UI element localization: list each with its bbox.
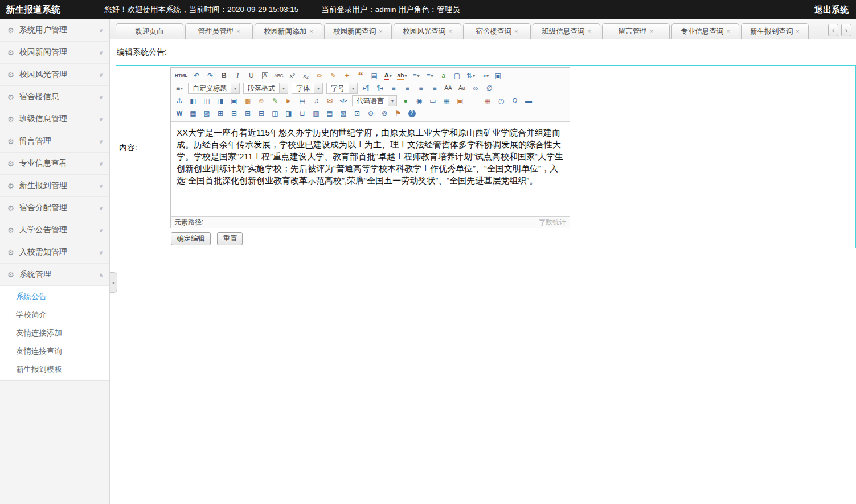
tab[interactable]: 留言管理 × [602, 23, 670, 39]
redo-button[interactable]: ↷ [204, 70, 216, 81]
image-center-button[interactable]: ◫ [200, 95, 213, 106]
strikethrough-button[interactable]: ABC [272, 70, 285, 81]
blockquote-button[interactable]: “ [354, 70, 367, 81]
tab-close-icon[interactable]: × [587, 28, 591, 35]
sidebar-item[interactable]: ⚙ 校园风光管理 ∨ [0, 64, 109, 86]
code-language-select[interactable]: 代码语言 ▾ [352, 95, 397, 106]
font-border-button[interactable]: A [259, 70, 271, 81]
align-right-button[interactable]: ≡ [415, 83, 427, 94]
unordered-list-button[interactable]: ≡ ▾ [423, 70, 436, 81]
insert-doc-button[interactable]: ▤ [296, 95, 309, 106]
tab-close-icon[interactable]: × [726, 28, 730, 35]
tab[interactable]: 校园新闻添加 × [255, 23, 322, 39]
unlink-button[interactable]: ∅ [483, 83, 495, 94]
tab[interactable]: 新生报到查询 × [741, 23, 809, 39]
delete-row-button[interactable]: ⊟ [228, 108, 240, 119]
insert-table-button[interactable]: ▦ [440, 95, 453, 106]
drafts-button[interactable]: ⚑ [392, 108, 404, 119]
italic-button[interactable]: I [231, 70, 244, 81]
tab-close-icon[interactable]: × [514, 28, 518, 35]
insert-image-button[interactable]: ▩ [241, 95, 254, 106]
paste-filter-button[interactable]: ▤ [368, 70, 380, 81]
sidebar-subitem[interactable]: 友情连接添加 [0, 324, 109, 342]
superscript-button[interactable]: x² [286, 70, 298, 81]
tab[interactable]: 校园新闻查询 × [324, 23, 392, 39]
preview-page-button[interactable]: ⊚ [378, 108, 391, 119]
sidebar-item[interactable]: ⚙ 宿舍楼信息 ∨ [0, 86, 109, 108]
tab-close-icon[interactable]: × [236, 28, 240, 35]
page-break-button[interactable]: ▬ [522, 95, 535, 106]
paragraph-format-select[interactable]: 段落格式 ▾ [243, 83, 288, 94]
paragraph-style-button[interactable]: ≡ ▾ [173, 83, 186, 94]
snapscreen-button[interactable]: ▣ [454, 95, 466, 106]
tab-close-icon[interactable]: × [379, 28, 382, 35]
tab-close-icon[interactable]: × [448, 28, 452, 35]
eraser-button[interactable]: ✏ [313, 70, 326, 81]
sidebar-item[interactable]: ⚙ 留言管理 ∨ [0, 130, 109, 153]
editor-body[interactable]: XX大学是一座有着近115年悠久办学历史的世纪学府，由原太原工业大学和原山西矿业… [171, 122, 570, 216]
word-image-button[interactable]: W [173, 108, 186, 119]
sidebar-subitem[interactable]: 新生报到模板 [0, 360, 109, 379]
split-col-button[interactable]: ▧ [337, 108, 350, 119]
html-source-button[interactable]: HTML [173, 70, 189, 81]
emoji-button[interactable]: ☺ [255, 95, 268, 106]
insert-time-button[interactable]: ◷ [495, 95, 507, 106]
font-color-button[interactable]: A ▾ [382, 70, 394, 81]
sidebar-item[interactable]: ⚙ 校园新闻管理 ∨ [0, 42, 109, 64]
image-inline-button[interactable]: ▣ [228, 95, 240, 106]
insert-link-button[interactable]: ∞ [469, 83, 482, 94]
sidebar-item[interactable]: ⚙ 入校需知管理 ∨ [0, 241, 109, 264]
underline-button[interactable]: U [245, 70, 257, 81]
ordered-list-button[interactable]: ≡ ▾ [409, 70, 422, 81]
print-button[interactable]: ⊡ [351, 108, 363, 119]
image-float-right-button[interactable]: ◨ [214, 95, 227, 106]
tab[interactable]: 管理员管理 × [185, 23, 253, 39]
bold-button[interactable]: B [218, 70, 230, 81]
sidebar-item[interactable]: ⚙ 专业信息查看 ∨ [0, 153, 109, 175]
rtl-button[interactable]: ¶◂ [374, 83, 386, 94]
delete-table-button[interactable]: ▨ [200, 108, 213, 119]
insert-iframe-button[interactable]: ▭ [427, 95, 439, 106]
indent-button[interactable]: ⇥ ▾ [478, 70, 490, 81]
tab[interactable]: 校园风光查询 × [394, 23, 461, 39]
ltr-button[interactable]: ▸¶ [360, 83, 372, 94]
merge-down-button[interactable]: ⊔ [296, 108, 309, 119]
tab-close-icon[interactable]: × [796, 28, 799, 35]
insert-row-button[interactable]: ⊞ [214, 108, 227, 119]
baidu-map-button[interactable]: ◉ [413, 95, 425, 106]
insert-anchor-button[interactable]: ⚓ [173, 95, 186, 106]
align-justify-button[interactable]: ≡ [428, 83, 441, 94]
blank-doc-button[interactable]: ▢ [450, 70, 463, 81]
delete-col-button[interactable]: ⊟ [255, 108, 268, 119]
scrawl-button[interactable]: ✎ [269, 95, 281, 106]
confirm-edit-button[interactable]: 确定编辑 [171, 232, 211, 245]
font-family-select[interactable]: 字体 ▾ [292, 83, 323, 94]
search-replace-button[interactable]: ⊙ [364, 108, 377, 119]
tab[interactable]: 宿舍楼查询 × [463, 23, 531, 39]
undo-button[interactable]: ↶ [190, 70, 203, 81]
anchor-button[interactable]: a [437, 70, 449, 81]
insert-code-button[interactable]: </> [337, 95, 350, 106]
align-left-button[interactable]: ≡ [387, 83, 400, 94]
sidebar-item[interactable]: ⚙ 大学公告管理 ∨ [0, 219, 109, 241]
tolowercase-button[interactable]: Aa [456, 83, 468, 94]
map-button[interactable]: ● [399, 95, 412, 106]
format-painter-button[interactable]: ✎ [327, 70, 339, 81]
tab[interactable]: 班级信息查询 × [533, 23, 600, 39]
split-row-button[interactable]: ▤ [323, 108, 336, 119]
sidebar-item[interactable]: ⚙ 系统用户管理 ∨ [0, 19, 109, 42]
insert-video-button[interactable]: ► [282, 95, 295, 106]
custom-title-select[interactable]: 自定义标题 ▾ [188, 83, 240, 94]
merge-cells-button[interactable]: ◫ [269, 108, 281, 119]
reset-button[interactable]: 重置 [217, 232, 243, 245]
sidebar-item[interactable]: ⚙ 班级信息管理 ∨ [0, 108, 109, 130]
background-color-button[interactable]: ab ▾ [395, 70, 408, 81]
sidebar-item[interactable]: ⚙ 新生报到管理 ∨ [0, 175, 109, 197]
line-height-button[interactable]: ⇅ ▾ [464, 70, 477, 81]
preview-button[interactable]: ▣ [492, 70, 504, 81]
split-cell-button[interactable]: ▥ [310, 108, 322, 119]
insert-date-button[interactable]: ▦ [481, 95, 494, 106]
tab-close-icon[interactable]: × [309, 28, 313, 35]
logout-button[interactable]: 退出系统 [807, 5, 856, 15]
help-button[interactable]: ? [406, 108, 418, 119]
